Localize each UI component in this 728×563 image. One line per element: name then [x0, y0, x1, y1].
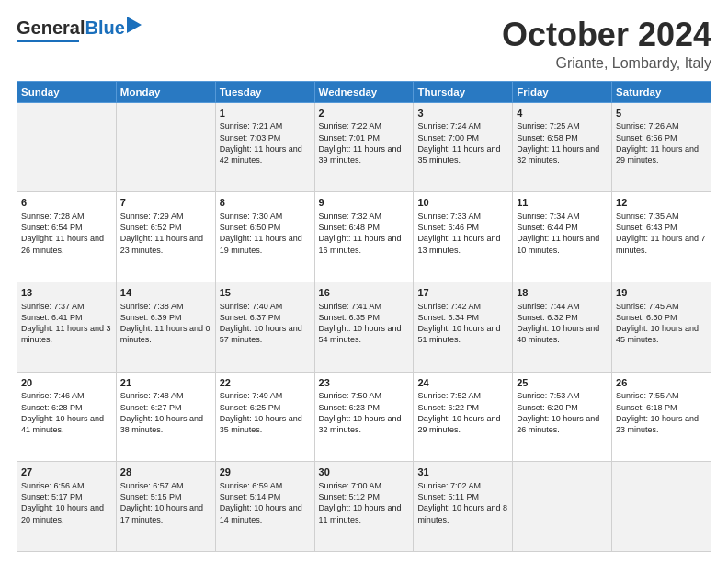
title-block: October 2024 Griante, Lombardy, Italy — [502, 17, 711, 72]
sunset-text: Sunset: 6:54 PM — [21, 222, 112, 233]
calendar-cell — [612, 462, 711, 552]
sunset-text: Sunset: 6:32 PM — [517, 312, 608, 323]
sunset-text: Sunset: 7:03 PM — [220, 132, 311, 144]
calendar-cell: 1Sunrise: 7:21 AMSunset: 7:03 PMDaylight… — [215, 102, 314, 192]
daylight-text: Daylight: 10 hours and 35 minutes. — [220, 413, 311, 435]
daylight-text: Daylight: 11 hours and 19 minutes. — [220, 233, 311, 255]
sunrise-text: Sunrise: 7:24 AM — [417, 121, 508, 132]
day-number: 19 — [616, 286, 707, 300]
day-number: 30 — [319, 465, 410, 479]
sunrise-text: Sunrise: 7:33 AM — [417, 211, 508, 222]
day-number: 31 — [417, 465, 508, 479]
sunrise-text: Sunrise: 7:53 AM — [517, 390, 608, 401]
daylight-text: Daylight: 10 hours and 17 minutes. — [120, 502, 211, 524]
day-number: 25 — [517, 376, 608, 390]
day-number: 29 — [220, 465, 311, 479]
calendar-cell: 3Sunrise: 7:24 AMSunset: 7:00 PMDaylight… — [414, 102, 513, 192]
calendar-week-row: 13Sunrise: 7:37 AMSunset: 6:41 PMDayligh… — [17, 282, 711, 372]
calendar-cell: 24Sunrise: 7:52 AMSunset: 6:22 PMDayligh… — [414, 372, 513, 462]
calendar-cell: 6Sunrise: 7:28 AMSunset: 6:54 PMDaylight… — [17, 192, 117, 282]
day-number: 18 — [517, 286, 608, 300]
daylight-text: Daylight: 10 hours and 23 minutes. — [616, 413, 707, 435]
day-number: 8 — [220, 196, 311, 210]
logo-general-text: General — [17, 17, 85, 39]
sunset-text: Sunset: 6:56 PM — [616, 132, 707, 144]
sunrise-text: Sunrise: 7:49 AM — [220, 390, 311, 401]
calendar-cell: 29Sunrise: 6:59 AMSunset: 5:14 PMDayligh… — [215, 462, 314, 552]
calendar-cell: 18Sunrise: 7:44 AMSunset: 6:32 PMDayligh… — [513, 282, 612, 372]
calendar-cell: 4Sunrise: 7:25 AMSunset: 6:58 PMDaylight… — [513, 102, 612, 192]
calendar-cell: 13Sunrise: 7:37 AMSunset: 6:41 PMDayligh… — [17, 282, 117, 372]
sunset-text: Sunset: 6:48 PM — [319, 222, 410, 233]
calendar-cell: 14Sunrise: 7:38 AMSunset: 6:39 PMDayligh… — [116, 282, 215, 372]
sunset-text: Sunset: 6:35 PM — [319, 312, 410, 323]
sunrise-text: Sunrise: 7:02 AM — [417, 480, 508, 491]
day-number: 22 — [220, 376, 311, 390]
sunset-text: Sunset: 6:22 PM — [417, 402, 508, 413]
daylight-text: Daylight: 10 hours and 38 minutes. — [120, 413, 211, 435]
daylight-text: Daylight: 11 hours and 0 minutes. — [120, 323, 211, 345]
day-number: 17 — [417, 286, 508, 300]
sunrise-text: Sunrise: 7:52 AM — [417, 390, 508, 401]
sunrise-text: Sunrise: 7:38 AM — [120, 301, 211, 312]
daylight-text: Daylight: 11 hours and 42 minutes. — [220, 144, 311, 166]
calendar-cell: 25Sunrise: 7:53 AMSunset: 6:20 PMDayligh… — [513, 372, 612, 462]
calendar-table: Sunday Monday Tuesday Wednesday Thursday… — [17, 81, 711, 552]
sunset-text: Sunset: 6:43 PM — [616, 222, 707, 233]
sunset-text: Sunset: 6:50 PM — [220, 222, 311, 233]
daylight-text: Daylight: 11 hours and 29 minutes. — [616, 144, 707, 166]
day-number: 1 — [220, 107, 311, 121]
svg-marker-0 — [127, 17, 142, 33]
calendar-cell: 8Sunrise: 7:30 AMSunset: 6:50 PMDaylight… — [215, 192, 314, 282]
daylight-text: Daylight: 11 hours and 7 minutes. — [616, 233, 707, 255]
sunrise-text: Sunrise: 7:46 AM — [21, 390, 112, 401]
calendar-cell: 30Sunrise: 7:00 AMSunset: 5:12 PMDayligh… — [314, 462, 414, 552]
logo-underline — [17, 40, 79, 42]
sunset-text: Sunset: 6:23 PM — [319, 402, 410, 413]
daylight-text: Daylight: 10 hours and 51 minutes. — [417, 323, 508, 345]
calendar-cell: 19Sunrise: 7:45 AMSunset: 6:30 PMDayligh… — [612, 282, 711, 372]
day-number: 14 — [120, 286, 211, 300]
daylight-text: Daylight: 11 hours and 10 minutes. — [517, 233, 608, 255]
month-title: October 2024 — [502, 17, 711, 53]
calendar-cell: 11Sunrise: 7:34 AMSunset: 6:44 PMDayligh… — [513, 192, 612, 282]
day-number: 26 — [616, 376, 707, 390]
sunrise-text: Sunrise: 7:35 AM — [616, 211, 707, 222]
day-number: 7 — [120, 196, 211, 210]
sunrise-text: Sunrise: 7:00 AM — [319, 480, 410, 491]
daylight-text: Daylight: 10 hours and 20 minutes. — [21, 502, 112, 524]
sunset-text: Sunset: 6:44 PM — [517, 222, 608, 233]
calendar-cell: 26Sunrise: 7:55 AMSunset: 6:18 PMDayligh… — [612, 372, 711, 462]
calendar-cell: 5Sunrise: 7:26 AMSunset: 6:56 PMDaylight… — [612, 102, 711, 192]
calendar-cell: 12Sunrise: 7:35 AMSunset: 6:43 PMDayligh… — [612, 192, 711, 282]
sunrise-text: Sunrise: 7:22 AM — [319, 121, 410, 132]
day-number: 23 — [319, 376, 410, 390]
daylight-text: Daylight: 11 hours and 23 minutes. — [120, 233, 211, 255]
sunset-text: Sunset: 7:01 PM — [319, 132, 410, 144]
day-number: 4 — [517, 107, 608, 121]
sunrise-text: Sunrise: 7:40 AM — [220, 301, 311, 312]
sunrise-text: Sunrise: 7:29 AM — [120, 211, 211, 222]
col-sunday: Sunday — [17, 81, 117, 102]
sunrise-text: Sunrise: 7:41 AM — [319, 301, 410, 312]
day-number: 28 — [120, 465, 211, 479]
calendar-cell: 9Sunrise: 7:32 AMSunset: 6:48 PMDaylight… — [314, 192, 414, 282]
day-number: 27 — [21, 465, 112, 479]
calendar-week-row: 6Sunrise: 7:28 AMSunset: 6:54 PMDaylight… — [17, 192, 711, 282]
calendar-cell: 2Sunrise: 7:22 AMSunset: 7:01 PMDaylight… — [314, 102, 414, 192]
day-number: 11 — [517, 196, 608, 210]
calendar-cell: 22Sunrise: 7:49 AMSunset: 6:25 PMDayligh… — [215, 372, 314, 462]
calendar-week-row: 20Sunrise: 7:46 AMSunset: 6:28 PMDayligh… — [17, 372, 711, 462]
sunset-text: Sunset: 6:18 PM — [616, 402, 707, 413]
daylight-text: Daylight: 10 hours and 8 minutes. — [417, 502, 508, 524]
daylight-text: Daylight: 11 hours and 32 minutes. — [517, 144, 608, 166]
sunrise-text: Sunrise: 6:57 AM — [120, 480, 211, 491]
day-number: 10 — [417, 196, 508, 210]
sunset-text: Sunset: 5:14 PM — [220, 491, 311, 502]
sunrise-text: Sunrise: 7:25 AM — [517, 121, 608, 132]
day-number: 12 — [616, 196, 707, 210]
sunrise-text: Sunrise: 7:34 AM — [517, 211, 608, 222]
day-number: 2 — [319, 107, 410, 121]
sunset-text: Sunset: 6:46 PM — [417, 222, 508, 233]
sunset-text: Sunset: 5:11 PM — [417, 491, 508, 502]
